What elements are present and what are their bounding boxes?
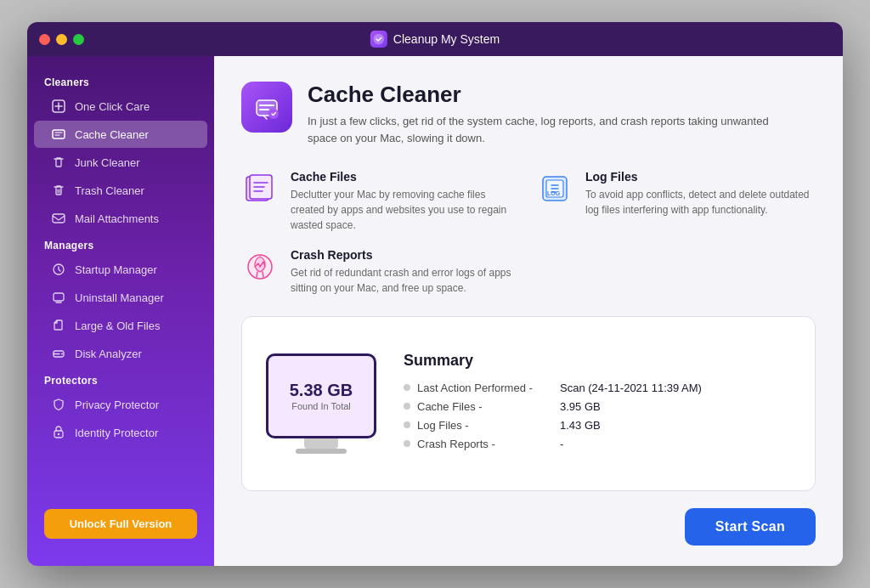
- sidebar-item-identity-protector[interactable]: Identity Protector: [34, 419, 207, 446]
- sidebar-item-label: Junk Cleaner: [75, 156, 140, 169]
- summary-row-cache-files: Cache Files - 3.95 GB: [404, 400, 791, 413]
- feature-title: Cache Files: [291, 170, 521, 184]
- unlock-full-version-button[interactable]: Unlock Full Version: [44, 509, 197, 539]
- feature-text-log-files: Log Files To avoid app conflicts, detect…: [585, 170, 816, 218]
- page-header-text: Cache Cleaner In just a few clicks, get …: [308, 82, 800, 146]
- large-old-files-icon: [51, 318, 66, 333]
- uninstall-manager-icon: [51, 290, 66, 305]
- traffic-lights: [39, 34, 84, 45]
- summary-key: Last Action Performed -: [417, 382, 553, 394]
- one-click-care-icon: [51, 99, 66, 114]
- summary-value: 3.95 GB: [560, 400, 601, 413]
- trash-cleaner-icon: [51, 183, 66, 198]
- feature-card-cache-files: Cache Files Declutter your Mac by removi…: [241, 170, 521, 233]
- summary-value: Scan (24-11-2021 11:39 AM): [560, 382, 702, 394]
- svg-rect-5: [54, 293, 64, 301]
- feature-desc: Declutter your Mac by removing cache fil…: [291, 187, 521, 233]
- sidebar-item-label: Startup Manager: [75, 263, 157, 276]
- privacy-protector-icon: [51, 397, 66, 412]
- monitor-found-label: Found In Total: [291, 401, 351, 411]
- section-label-cleaners: Cleaners: [27, 70, 214, 92]
- feature-card-log-files: LOG Log Files To avoid app conflicts, de…: [536, 170, 816, 233]
- feature-title: Crash Reports: [291, 248, 521, 262]
- disk-analyzer-icon: [51, 346, 66, 361]
- sidebar-item-privacy-protector[interactable]: Privacy Protector: [34, 391, 207, 418]
- summary-info: Summary Last Action Performed - Scan (24…: [404, 352, 791, 456]
- summary-dot: [404, 421, 410, 428]
- maximize-button[interactable]: [73, 34, 84, 45]
- start-scan-button[interactable]: Start Scan: [685, 508, 816, 546]
- svg-text:LOG: LOG: [547, 190, 561, 196]
- main-content: Cleaners One Click Care: [27, 56, 843, 566]
- summary-card: 5.38 GB Found In Total Summary Last Acti…: [241, 316, 816, 491]
- summary-value: -: [560, 438, 563, 450]
- monitor-container: 5.38 GB Found In Total: [266, 353, 376, 454]
- startup-manager-icon: [51, 262, 66, 277]
- sidebar-bottom: Unlock Full Version: [27, 495, 214, 552]
- monitor-display: 5.38 GB Found In Total: [266, 353, 376, 438]
- sidebar-item-one-click-care[interactable]: One Click Care: [34, 93, 207, 120]
- sidebar-item-trash-cleaner[interactable]: Trash Cleaner: [34, 177, 207, 204]
- sidebar-item-label: Uninstall Manager: [75, 291, 164, 304]
- titlebar-center: Cleanup My System: [370, 31, 500, 48]
- page-description: In just a few clicks, get rid of the sys…: [308, 113, 800, 146]
- summary-value: 1.43 GB: [560, 419, 601, 432]
- svg-rect-2: [53, 130, 65, 139]
- summary-title: Summary: [404, 352, 791, 370]
- summary-dot: [404, 384, 410, 391]
- svg-point-7: [61, 353, 63, 355]
- app-icon: [370, 31, 387, 48]
- app-window: Cleanup My System Cleaners One Click Car…: [27, 22, 843, 566]
- sidebar: Cleaners One Click Care: [27, 56, 214, 566]
- sidebar-item-label: One Click Care: [75, 100, 150, 113]
- summary-key: Cache Files -: [417, 400, 553, 413]
- summary-dot: [404, 403, 410, 410]
- sidebar-item-disk-analyzer[interactable]: Disk Analyzer: [34, 340, 207, 367]
- feature-desc: Get rid of redundant crash and error log…: [291, 265, 521, 296]
- mail-attachments-icon: [51, 211, 66, 226]
- sidebar-item-junk-cleaner[interactable]: Junk Cleaner: [34, 149, 207, 176]
- sidebar-item-label: Privacy Protector: [75, 399, 159, 411]
- cache-files-icon: [241, 170, 279, 207]
- sidebar-item-label: Identity Protector: [75, 427, 158, 439]
- feature-title: Log Files: [585, 170, 816, 184]
- content-area: Cache Cleaner In just a few clicks, get …: [214, 56, 843, 566]
- sidebar-item-label: Large & Old Files: [75, 319, 160, 332]
- sidebar-item-cache-cleaner[interactable]: Cache Cleaner: [34, 121, 207, 148]
- sidebar-section-protectors: Protectors Privacy Protector: [27, 368, 214, 447]
- summary-dot: [404, 440, 410, 447]
- log-files-icon: LOG: [536, 170, 573, 207]
- summary-row-last-action: Last Action Performed - Scan (24-11-2021…: [404, 382, 791, 394]
- junk-cleaner-icon: [51, 155, 66, 170]
- monitor-stand: [304, 438, 338, 449]
- feature-card-crash-reports: Crash Reports Get rid of redundant crash…: [241, 248, 521, 296]
- close-button[interactable]: [39, 34, 50, 45]
- sidebar-item-startup-manager[interactable]: Startup Manager: [34, 256, 207, 283]
- section-label-protectors: Protectors: [27, 368, 214, 390]
- bottom-bar: Start Scan: [241, 508, 816, 546]
- page-icon: [241, 82, 292, 133]
- page-title: Cache Cleaner: [308, 82, 800, 108]
- sidebar-section-cleaners: Cleaners One Click Care: [27, 70, 214, 233]
- sidebar-item-mail-attachments[interactable]: Mail Attachments: [34, 205, 207, 232]
- sidebar-item-label: Trash Cleaner: [75, 184, 144, 197]
- summary-key: Log Files -: [417, 419, 553, 432]
- minimize-button[interactable]: [56, 34, 67, 45]
- sidebar-item-label: Mail Attachments: [75, 212, 159, 225]
- sidebar-item-large-old-files[interactable]: Large & Old Files: [34, 312, 207, 339]
- monitor-size-value: 5.38 GB: [290, 381, 353, 399]
- svg-point-0: [374, 34, 385, 45]
- feature-text-cache-files: Cache Files Declutter your Mac by removi…: [291, 170, 521, 233]
- features-grid: Cache Files Declutter your Mac by removi…: [241, 170, 816, 296]
- summary-key: Crash Reports -: [417, 438, 553, 450]
- titlebar: Cleanup My System: [27, 22, 843, 56]
- summary-row-crash-reports: Crash Reports - -: [404, 438, 791, 450]
- feature-desc: To avoid app conflicts, detect and delet…: [585, 187, 816, 218]
- summary-row-log-files: Log Files - 1.43 GB: [404, 419, 791, 432]
- sidebar-item-uninstall-manager[interactable]: Uninstall Manager: [34, 284, 207, 311]
- page-header: Cache Cleaner In just a few clicks, get …: [241, 82, 816, 146]
- section-label-managers: Managers: [27, 233, 214, 255]
- sidebar-item-label: Cache Cleaner: [75, 128, 149, 141]
- svg-point-9: [58, 433, 59, 435]
- feature-text-crash-reports: Crash Reports Get rid of redundant crash…: [291, 248, 521, 296]
